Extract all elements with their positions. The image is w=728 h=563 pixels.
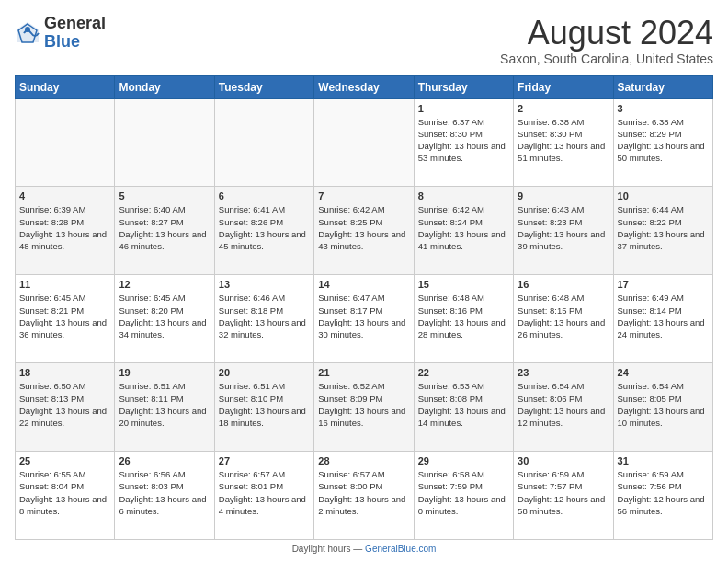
day-info: Sunrise: 6:44 AM Sunset: 8:22 PM Dayligh… xyxy=(618,203,709,252)
calendar-cell: 9Sunrise: 6:43 AM Sunset: 8:23 PM Daylig… xyxy=(514,187,613,275)
calendar-week-5: 25Sunrise: 6:55 AM Sunset: 8:04 PM Dayli… xyxy=(16,452,713,540)
calendar-week-2: 4Sunrise: 6:39 AM Sunset: 8:28 PM Daylig… xyxy=(16,187,713,275)
calendar-header-sunday: Sunday xyxy=(16,75,115,98)
calendar-cell: 30Sunrise: 6:59 AM Sunset: 7:57 PM Dayli… xyxy=(514,452,613,540)
calendar-week-4: 18Sunrise: 6:50 AM Sunset: 8:13 PM Dayli… xyxy=(16,363,713,452)
day-number: 18 xyxy=(19,367,110,378)
day-number: 31 xyxy=(618,455,709,466)
day-number: 22 xyxy=(418,367,509,378)
calendar-cell: 7Sunrise: 6:42 AM Sunset: 8:25 PM Daylig… xyxy=(314,187,414,275)
calendar-cell xyxy=(314,98,414,187)
calendar-cell: 27Sunrise: 6:57 AM Sunset: 8:01 PM Dayli… xyxy=(214,452,313,540)
logo-general-text: General xyxy=(44,14,106,32)
calendar-cell: 31Sunrise: 6:59 AM Sunset: 7:56 PM Dayli… xyxy=(613,452,712,540)
calendar-cell xyxy=(115,98,214,187)
footer-link[interactable]: GeneralBlue.com xyxy=(365,544,436,554)
day-info: Sunrise: 6:42 AM Sunset: 8:24 PM Dayligh… xyxy=(418,203,509,252)
calendar-cell: 19Sunrise: 6:51 AM Sunset: 8:11 PM Dayli… xyxy=(115,363,214,452)
title-block: August 2024 Saxon, South Carolina, Unite… xyxy=(500,15,713,66)
calendar-header-saturday: Saturday xyxy=(613,75,712,98)
calendar-cell: 20Sunrise: 6:51 AM Sunset: 8:10 PM Dayli… xyxy=(214,363,313,452)
calendar-cell: 12Sunrise: 6:45 AM Sunset: 8:20 PM Dayli… xyxy=(115,275,214,363)
day-info: Sunrise: 6:48 AM Sunset: 8:16 PM Dayligh… xyxy=(418,292,509,340)
day-number: 12 xyxy=(119,279,210,290)
calendar-cell: 1Sunrise: 6:37 AM Sunset: 8:30 PM Daylig… xyxy=(414,98,513,187)
day-info: Sunrise: 6:54 AM Sunset: 8:05 PM Dayligh… xyxy=(618,380,709,429)
day-number: 29 xyxy=(418,455,509,466)
day-number: 13 xyxy=(219,279,310,290)
calendar-header-row: SundayMondayTuesdayWednesdayThursdayFrid… xyxy=(16,75,713,98)
calendar-cell: 8Sunrise: 6:42 AM Sunset: 8:24 PM Daylig… xyxy=(414,187,513,275)
calendar-header-friday: Friday xyxy=(514,75,613,98)
logo-icon xyxy=(15,20,40,46)
calendar-cell: 14Sunrise: 6:47 AM Sunset: 8:17 PM Dayli… xyxy=(314,275,414,363)
calendar-header-wednesday: Wednesday xyxy=(314,75,414,98)
day-number: 14 xyxy=(318,279,409,290)
day-info: Sunrise: 6:47 AM Sunset: 8:17 PM Dayligh… xyxy=(318,292,409,340)
day-number: 27 xyxy=(219,455,310,466)
day-info: Sunrise: 6:58 AM Sunset: 7:59 PM Dayligh… xyxy=(418,468,509,517)
day-number: 30 xyxy=(518,455,609,466)
calendar-cell: 4Sunrise: 6:39 AM Sunset: 8:28 PM Daylig… xyxy=(16,187,115,275)
calendar-cell: 23Sunrise: 6:54 AM Sunset: 8:06 PM Dayli… xyxy=(514,363,613,452)
day-number: 20 xyxy=(219,367,310,378)
calendar-week-3: 11Sunrise: 6:45 AM Sunset: 8:21 PM Dayli… xyxy=(16,275,713,363)
day-number: 1 xyxy=(418,103,509,114)
logo: General Blue xyxy=(15,15,106,52)
day-info: Sunrise: 6:43 AM Sunset: 8:23 PM Dayligh… xyxy=(518,203,609,252)
calendar-cell: 11Sunrise: 6:45 AM Sunset: 8:21 PM Dayli… xyxy=(16,275,115,363)
day-info: Sunrise: 6:37 AM Sunset: 8:30 PM Dayligh… xyxy=(418,116,509,165)
day-info: Sunrise: 6:38 AM Sunset: 8:30 PM Dayligh… xyxy=(518,116,609,165)
day-number: 11 xyxy=(19,279,110,290)
day-number: 8 xyxy=(418,190,509,201)
calendar-cell: 22Sunrise: 6:53 AM Sunset: 8:08 PM Dayli… xyxy=(414,363,513,452)
footer-text: Daylight hours xyxy=(292,544,351,554)
day-number: 16 xyxy=(518,279,609,290)
day-info: Sunrise: 6:49 AM Sunset: 8:14 PM Dayligh… xyxy=(618,292,709,340)
day-number: 28 xyxy=(318,455,409,466)
day-info: Sunrise: 6:57 AM Sunset: 8:00 PM Dayligh… xyxy=(318,468,409,517)
day-number: 7 xyxy=(318,190,409,201)
svg-point-2 xyxy=(25,27,30,32)
calendar-cell: 3Sunrise: 6:38 AM Sunset: 8:29 PM Daylig… xyxy=(613,98,712,187)
calendar-cell: 28Sunrise: 6:57 AM Sunset: 8:00 PM Dayli… xyxy=(314,452,414,540)
logo-blue-text: Blue xyxy=(44,32,80,51)
day-number: 6 xyxy=(219,190,310,201)
calendar-cell xyxy=(214,98,313,187)
day-info: Sunrise: 6:52 AM Sunset: 8:09 PM Dayligh… xyxy=(318,380,409,429)
day-number: 3 xyxy=(618,103,709,114)
day-info: Sunrise: 6:39 AM Sunset: 8:28 PM Dayligh… xyxy=(19,203,110,252)
day-info: Sunrise: 6:42 AM Sunset: 8:25 PM Dayligh… xyxy=(318,203,409,252)
calendar-cell: 2Sunrise: 6:38 AM Sunset: 8:30 PM Daylig… xyxy=(514,98,613,187)
day-info: Sunrise: 6:59 AM Sunset: 7:57 PM Dayligh… xyxy=(518,468,609,517)
page: General Blue August 2024 Saxon, South Ca… xyxy=(0,0,728,563)
day-number: 19 xyxy=(119,367,210,378)
day-info: Sunrise: 6:56 AM Sunset: 8:03 PM Dayligh… xyxy=(119,468,210,517)
day-info: Sunrise: 6:51 AM Sunset: 8:10 PM Dayligh… xyxy=(219,380,310,429)
month-title: August 2024 xyxy=(500,15,713,52)
day-number: 21 xyxy=(318,367,409,378)
header: General Blue August 2024 Saxon, South Ca… xyxy=(15,15,713,66)
day-number: 24 xyxy=(618,367,709,378)
calendar-cell: 26Sunrise: 6:56 AM Sunset: 8:03 PM Dayli… xyxy=(115,452,214,540)
calendar-cell: 15Sunrise: 6:48 AM Sunset: 8:16 PM Dayli… xyxy=(414,275,513,363)
calendar-cell: 10Sunrise: 6:44 AM Sunset: 8:22 PM Dayli… xyxy=(613,187,712,275)
day-number: 10 xyxy=(618,190,709,201)
day-number: 4 xyxy=(19,190,110,201)
day-info: Sunrise: 6:54 AM Sunset: 8:06 PM Dayligh… xyxy=(518,380,609,429)
footer-note: Daylight hours — GeneralBlue.com xyxy=(15,544,713,554)
day-number: 15 xyxy=(418,279,509,290)
calendar-cell: 17Sunrise: 6:49 AM Sunset: 8:14 PM Dayli… xyxy=(613,275,712,363)
location: Saxon, South Carolina, United States xyxy=(500,52,713,66)
calendar-cell: 25Sunrise: 6:55 AM Sunset: 8:04 PM Dayli… xyxy=(16,452,115,540)
calendar-cell: 13Sunrise: 6:46 AM Sunset: 8:18 PM Dayli… xyxy=(214,275,313,363)
day-number: 9 xyxy=(518,190,609,201)
day-number: 23 xyxy=(518,367,609,378)
calendar-cell: 5Sunrise: 6:40 AM Sunset: 8:27 PM Daylig… xyxy=(115,187,214,275)
calendar-week-1: 1Sunrise: 6:37 AM Sunset: 8:30 PM Daylig… xyxy=(16,98,713,187)
calendar-cell: 21Sunrise: 6:52 AM Sunset: 8:09 PM Dayli… xyxy=(314,363,414,452)
day-info: Sunrise: 6:45 AM Sunset: 8:20 PM Dayligh… xyxy=(119,292,210,340)
calendar-cell: 18Sunrise: 6:50 AM Sunset: 8:13 PM Dayli… xyxy=(16,363,115,452)
day-info: Sunrise: 6:46 AM Sunset: 8:18 PM Dayligh… xyxy=(219,292,310,340)
day-info: Sunrise: 6:59 AM Sunset: 7:56 PM Dayligh… xyxy=(618,468,709,517)
